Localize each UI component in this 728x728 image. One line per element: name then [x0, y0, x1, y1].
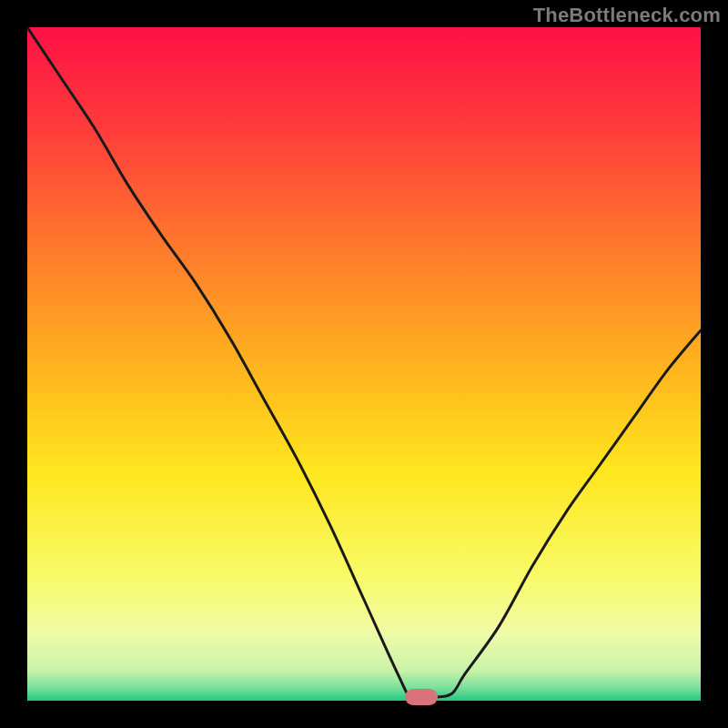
chart-frame: TheBottleneck.com	[0, 0, 728, 728]
optimal-point-marker	[405, 689, 438, 705]
watermark-text: TheBottleneck.com	[533, 4, 721, 27]
bottleneck-curve	[27, 27, 701, 701]
plot-area	[27, 27, 701, 701]
